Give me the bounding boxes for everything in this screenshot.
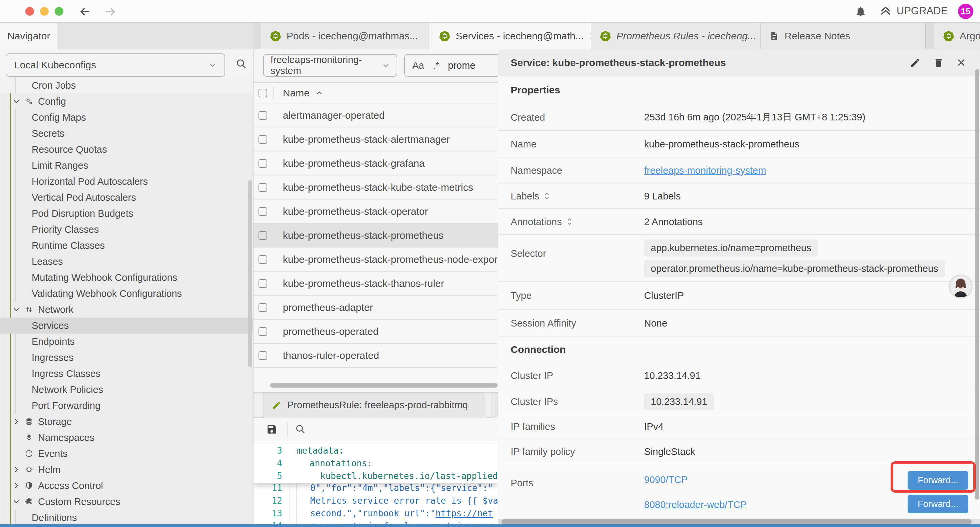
editor-tab-partial[interactable]	[491, 393, 498, 417]
row-checkbox[interactable]	[259, 279, 267, 288]
table-row[interactable]: kube-prometheus-stack-alertmanager	[253, 127, 498, 151]
sidebar-item-network-policies[interactable]: Network Policies	[0, 382, 253, 398]
expand-updown-icon[interactable]	[544, 192, 549, 200]
minimize-light[interactable]	[40, 7, 49, 16]
list-horizontal-scrollbar[interactable]	[270, 383, 498, 388]
chevron-right-icon[interactable]	[13, 418, 20, 425]
sidebar-item-events[interactable]: Events	[0, 446, 253, 462]
row-checkbox[interactable]	[259, 183, 267, 192]
drawer-horizontal-scrollbar[interactable]	[498, 519, 980, 524]
sidebar-item-port-forwarding[interactable]: Port Forwarding	[0, 398, 253, 414]
tab-services[interactable]: Services - icecheng@math... ✕	[430, 23, 591, 49]
sidebar-item-cron-jobs[interactable]: Cron Jobs	[0, 77, 253, 93]
tab-release-notes[interactable]: Release Notes	[760, 23, 926, 49]
save-icon[interactable]	[266, 424, 277, 435]
sidebar-item-label: Runtime Classes	[32, 240, 105, 251]
row-checkbox[interactable]	[259, 111, 267, 120]
sidebar-item-custom-resources[interactable]: Custom Resources	[0, 494, 253, 509]
name-column-header[interactable]: Name	[283, 88, 310, 99]
row-checkbox[interactable]	[259, 207, 267, 216]
sidebar-item-namespaces[interactable]: Namespaces	[0, 430, 253, 446]
bell-icon[interactable]	[854, 5, 867, 18]
expand-updown-icon[interactable]	[567, 218, 572, 226]
select-all-checkbox[interactable]	[259, 89, 267, 97]
avatar[interactable]	[950, 275, 972, 298]
table-row[interactable]: kube-prometheus-stack-kube-state-metrics	[253, 175, 498, 199]
search-icon[interactable]	[235, 58, 247, 69]
row-checkbox[interactable]	[259, 255, 267, 264]
regex-toggle[interactable]: .*	[433, 60, 439, 71]
table-row[interactable]: kube-prometheus-stack-thanos-ruler	[253, 272, 498, 296]
table-row[interactable]: kube-prometheus-stack-operator	[253, 199, 498, 223]
ip-family-policy-label: IP family policy	[511, 446, 575, 457]
table-row[interactable]: alertmanager-operated	[253, 103, 498, 127]
chevron-right-icon[interactable]	[13, 466, 20, 473]
search-input[interactable]: Aa .* prome	[404, 54, 498, 77]
drawer-vertical-scrollbar[interactable]	[975, 69, 979, 500]
sidebar-item-storage[interactable]: Storage	[0, 414, 253, 430]
table-row[interactable]: kube-prometheus-stack-prometheus	[253, 223, 498, 247]
chevron-right-icon[interactable]	[13, 482, 20, 489]
upgrade-button[interactable]: UPGRADE	[879, 5, 948, 18]
sidebar-item-runtime-classes[interactable]: Runtime Classes	[0, 237, 253, 253]
sidebar-item-leases[interactable]: Leases	[0, 253, 253, 269]
sidebar-item-validating-webhook-configurations[interactable]: Validating Webhook Configurations	[0, 285, 253, 301]
sidebar-item-ingresses[interactable]: Ingresses	[0, 350, 253, 366]
trash-icon[interactable]	[933, 57, 944, 68]
tab-pods[interactable]: Pods - icecheng@mathmas...	[261, 23, 430, 49]
sidebar-item-definitions[interactable]: Definitions	[0, 509, 253, 524]
chevron-down-icon[interactable]	[13, 98, 20, 105]
sidebar-item-network[interactable]: Network	[0, 301, 253, 318]
tab-prometheus-rules[interactable]: Prometheus Rules - icecheng...	[591, 23, 760, 49]
back-icon[interactable]	[79, 5, 91, 18]
sidebar-item-secrets[interactable]: Secrets	[0, 126, 253, 142]
table-row[interactable]: thanos-ruler-operated	[253, 344, 498, 368]
row-checkbox[interactable]	[259, 159, 267, 168]
sidebar-item-limit-ranges[interactable]: Limit Ranges	[0, 158, 253, 174]
forward-button[interactable]: Forward...	[908, 495, 968, 513]
sidebar-item-endpoints[interactable]: Endpoints	[0, 334, 253, 350]
forward-icon[interactable]	[104, 5, 117, 18]
sidebar-item-mutating-webhook-configurations[interactable]: Mutating Webhook Configurations	[0, 269, 253, 285]
row-checkbox[interactable]	[259, 303, 267, 312]
port-link[interactable]: 9090/TCP	[644, 474, 688, 485]
table-row[interactable]: kube-prometheus-stack-grafana	[253, 151, 498, 175]
table-row[interactable]: prometheus-adapter	[253, 296, 498, 320]
sidebar-item-helm[interactable]: Helm	[0, 462, 253, 478]
close-icon[interactable]: ✕	[957, 56, 966, 69]
kubeconfig-select[interactable]: Local Kubeconfigs	[6, 53, 225, 77]
row-checkbox[interactable]	[259, 327, 267, 336]
table-row[interactable]: prometheus-operated	[253, 320, 498, 344]
sidebar-scrollbar[interactable]	[248, 180, 252, 367]
chevron-down-icon[interactable]	[13, 498, 20, 505]
tab-argo[interactable]: Argo Se	[934, 23, 980, 49]
sidebar-item-access-control[interactable]: Access Control	[0, 478, 253, 494]
sort-ascending-icon[interactable]	[315, 89, 323, 97]
yaml-editor[interactable]: 11 0","for":"4m","labels":{"service":" 1…	[253, 441, 498, 524]
sidebar-item-resource-quotas[interactable]: Resource Quotas	[0, 142, 253, 158]
zoom-light[interactable]	[55, 7, 64, 16]
sidebar-item-config-maps[interactable]: Config Maps	[0, 110, 253, 126]
close-light[interactable]	[25, 7, 34, 16]
row-checkbox[interactable]	[259, 231, 267, 240]
editor-tab-prometheusrule[interactable]: PrometheusRule: freeleaps-prod-rabbitmq	[264, 393, 485, 417]
match-case-toggle[interactable]: Aa	[412, 60, 424, 71]
sidebar-item-horizontal-pod-autoscalers[interactable]: Horizontal Pod Autoscalers	[0, 174, 253, 189]
sidebar-item-ingress-classes[interactable]: Ingress Classes	[0, 366, 253, 382]
table-row[interactable]: kube-prometheus-stack-prometheus-node-ex…	[253, 247, 498, 272]
row-checkbox[interactable]	[259, 135, 267, 144]
chevron-down-icon[interactable]	[13, 306, 20, 313]
sidebar-item-vertical-pod-autoscalers[interactable]: Vertical Pod Autoscalers	[0, 189, 253, 205]
sidebar-item-priority-classes[interactable]: Priority Classes	[0, 221, 253, 237]
sidebar-item-pod-disruption-budgets[interactable]: Pod Disruption Budgets	[0, 205, 253, 221]
port-link[interactable]: 8080:reloader-web/TCP	[644, 499, 747, 510]
namespace-link[interactable]: freeleaps-monitoring-system	[644, 165, 766, 176]
edit-pencil-icon[interactable]	[910, 57, 921, 68]
row-checkbox[interactable]	[259, 351, 267, 360]
sidebar-item-services[interactable]: Services	[0, 318, 253, 334]
sidebar-item-config[interactable]: Config	[0, 93, 253, 110]
namespace-select[interactable]: freeleaps-monitoring-system	[263, 54, 397, 77]
tab-navigator[interactable]: Navigator	[0, 23, 57, 49]
search-icon[interactable]	[295, 424, 305, 434]
notification-badge[interactable]: 15	[958, 4, 973, 19]
